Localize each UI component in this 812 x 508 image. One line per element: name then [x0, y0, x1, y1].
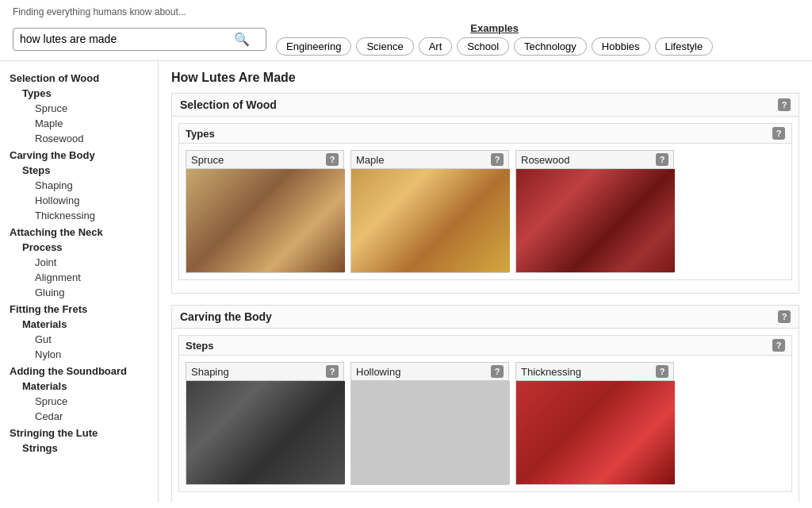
sidebar-item-alignment[interactable]: Alignment [0, 270, 158, 285]
image-label: Hollowing [356, 366, 400, 378]
image-card-header-shaping: Shaping? [186, 363, 343, 381]
sidebar-group-steps: Steps [0, 163, 158, 178]
image-help-badge-hollowing[interactable]: ? [491, 365, 504, 378]
image-card-spruce: Spruce? [186, 150, 344, 273]
subsection-header-types: Types? [179, 124, 791, 144]
sidebar-section-adding-the-soundboard: Adding the Soundboard [0, 362, 158, 379]
pill-science[interactable]: Science [356, 37, 413, 56]
section-carving-the-body: Carving the Body?Steps?Shaping?Hollowing… [171, 305, 799, 502]
sidebar-section-attaching-the-neck: Attaching the Neck [0, 223, 158, 240]
tagline: Finding everything humans know about... [13, 6, 799, 17]
image-card-thicknessing: Thicknessing? [515, 362, 674, 485]
sidebar-section-selection-of-wood: Selection of Wood [0, 69, 158, 86]
subsection-steps: Steps?Shaping?Hollowing?Thicknessing? [178, 335, 792, 492]
image-card-hollowing: Hollowing? [350, 362, 509, 485]
image-card-shaping: Shaping? [186, 362, 344, 485]
image-card-maple: Maple? [350, 150, 509, 273]
sidebar-item-rosewood[interactable]: Rosewood [0, 131, 158, 146]
sidebar-item-thicknessing[interactable]: Thicknessing [0, 208, 158, 223]
image-label: Maple [356, 154, 384, 166]
page-title: How Lutes Are Made [171, 71, 799, 85]
image-help-badge-spruce[interactable]: ? [326, 153, 339, 166]
image-hollowing [351, 381, 510, 484]
subsection-types: Types?Spruce?Maple?Rosewood? [178, 123, 792, 280]
pill-lifestyle[interactable]: Lifestyle [655, 37, 714, 56]
section-header-selection-of-wood: Selection of Wood? [172, 94, 799, 117]
section-selection-of-wood: Selection of Wood?Types?Spruce?Maple?Ros… [171, 93, 799, 294]
image-card-rosewood: Rosewood? [515, 150, 674, 273]
pill-school[interactable]: School [457, 37, 509, 56]
image-grid-steps: Shaping?Hollowing?Thicknessing? [179, 356, 791, 491]
image-help-badge-rosewood[interactable]: ? [656, 153, 668, 166]
section-title: Carving the Body [180, 310, 272, 323]
sidebar-section-fitting-the-frets: Fitting the Frets [0, 300, 158, 317]
image-help-badge-thicknessing[interactable]: ? [656, 365, 668, 378]
header: Finding everything humans know about... … [0, 0, 812, 61]
image-label: Shaping [191, 366, 229, 378]
sidebar-item-cedar[interactable]: Cedar [0, 409, 158, 424]
sidebar-group-process: Process [0, 240, 158, 255]
main-layout: Selection of WoodTypesSpruceMapleRosewoo… [0, 61, 812, 502]
examples-label: Examples [470, 22, 519, 34]
image-card-header-spruce: Spruce? [186, 151, 343, 169]
image-help-badge-shaping[interactable]: ? [326, 365, 339, 378]
pill-art[interactable]: Art [419, 37, 453, 56]
sidebar-section-stringing-the-lute: Stringing the Lute [0, 424, 158, 441]
search-box[interactable]: 🔍 [13, 28, 266, 51]
sidebar: Selection of WoodTypesSpruceMapleRosewoo… [0, 61, 159, 502]
sidebar-item-spruce[interactable]: Spruce [0, 101, 158, 116]
subsection-help-badge[interactable]: ? [772, 339, 785, 352]
subsection-title: Steps [186, 340, 213, 352]
sidebar-item-gut[interactable]: Gut [0, 332, 158, 347]
search-input[interactable] [20, 33, 234, 45]
pill-engineering[interactable]: Engineering [276, 37, 351, 56]
image-thicknessing [516, 381, 675, 484]
image-help-badge-maple[interactable]: ? [491, 153, 504, 166]
image-label: Thicknessing [521, 366, 581, 378]
image-label: Spruce [191, 154, 224, 166]
image-label: Rosewood [521, 154, 569, 166]
image-spruce [186, 169, 345, 272]
image-grid-types: Spruce?Maple?Rosewood? [179, 144, 791, 279]
sidebar-group-strings: Strings [0, 441, 158, 456]
section-title: Selection of Wood [180, 98, 277, 111]
image-rosewood [516, 169, 675, 272]
section-help-badge[interactable]: ? [778, 98, 791, 111]
image-card-header-maple: Maple? [351, 151, 508, 169]
search-button[interactable]: 🔍 [234, 32, 250, 47]
subsection-help-badge[interactable]: ? [772, 127, 785, 140]
sidebar-item-nylon[interactable]: Nylon [0, 347, 158, 362]
sidebar-item-joint[interactable]: Joint [0, 255, 158, 270]
sidebar-item-hollowing[interactable]: Hollowing [0, 193, 158, 208]
sidebar-item-gluing[interactable]: Gluing [0, 285, 158, 300]
example-pills: EngineeringScienceArtSchoolTechnologyHob… [276, 37, 713, 56]
section-header-carving-the-body: Carving the Body? [172, 306, 799, 329]
subsection-header-steps: Steps? [179, 336, 791, 356]
image-card-header-thicknessing: Thicknessing? [516, 363, 673, 381]
image-card-header-rosewood: Rosewood? [516, 151, 673, 169]
examples-section: Examples EngineeringScienceArtSchoolTech… [276, 22, 713, 56]
search-row: 🔍 Examples EngineeringScienceArtSchoolTe… [13, 22, 799, 56]
image-maple [351, 169, 510, 272]
pill-technology[interactable]: Technology [514, 37, 587, 56]
subsection-title: Types [186, 128, 215, 140]
sidebar-group-materials: Materials [0, 379, 158, 394]
sidebar-group-materials: Materials [0, 317, 158, 332]
sidebar-item-spruce[interactable]: Spruce [0, 394, 158, 409]
pill-hobbies[interactable]: Hobbies [592, 37, 650, 56]
sidebar-group-types: Types [0, 86, 158, 101]
image-card-header-hollowing: Hollowing? [351, 363, 508, 381]
content-area: How Lutes Are Made Selection of Wood?Typ… [159, 61, 812, 502]
image-shaping [186, 381, 345, 484]
section-help-badge[interactable]: ? [778, 310, 791, 323]
sidebar-section-carving-the-body: Carving the Body [0, 146, 158, 163]
sidebar-item-shaping[interactable]: Shaping [0, 178, 158, 193]
sidebar-item-maple[interactable]: Maple [0, 116, 158, 131]
